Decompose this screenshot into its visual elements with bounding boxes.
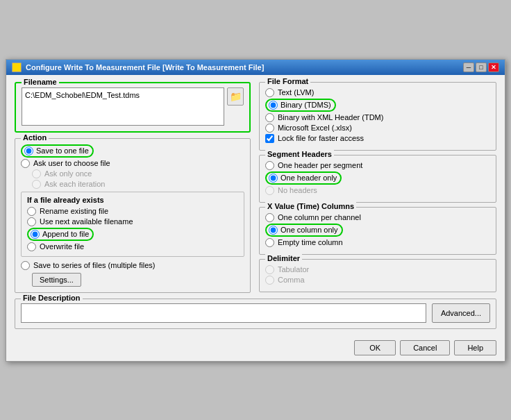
minimize-button[interactable]: ─ — [463, 62, 474, 72]
close-button[interactable]: ✕ — [488, 62, 499, 72]
lock-file-row: Lock file for faster access — [265, 134, 490, 143]
ask-once-radio — [32, 169, 41, 178]
append-label[interactable]: Append to file — [42, 230, 89, 238]
excel-radio[interactable] — [265, 124, 274, 133]
file-description-label: File Description — [21, 294, 83, 302]
action-label: Action — [21, 133, 49, 142]
per-channel-radio[interactable] — [265, 213, 274, 222]
save-one-label[interactable]: Save to one file — [36, 146, 89, 155]
save-one-row: Save to one file — [21, 144, 244, 158]
next-avail-label[interactable]: Use next available filename — [40, 217, 133, 226]
main-window: Configure Write To Measurement File [Wri… — [6, 59, 505, 362]
filename-label: Filename — [22, 78, 59, 86]
two-column-layout: Filename C:\EDM_Schobel\EDM_Test.tdms 📁 … — [15, 82, 496, 293]
file-description-input[interactable] — [21, 303, 426, 323]
per-channel-row: One column per channel — [265, 213, 490, 222]
title-bar: Configure Write To Measurement File [Wri… — [6, 60, 505, 75]
per-segment-row: One header per segment — [265, 161, 490, 170]
file-desc-row: Advanced... — [21, 303, 490, 323]
append-radio[interactable] — [31, 230, 40, 239]
rename-label[interactable]: Rename existing file — [40, 207, 108, 215]
one-column-label[interactable]: One column only — [280, 226, 338, 234]
overwrite-row: Overwrite file — [27, 242, 238, 251]
series-label[interactable]: Save to series of files (multiple files) — [33, 261, 155, 269]
no-headers-label: No headers — [278, 186, 317, 194]
next-avail-radio[interactable] — [27, 217, 36, 226]
dialog-buttons: OK Cancel Help — [6, 336, 505, 361]
one-header-label[interactable]: One header only — [280, 174, 337, 182]
ask-iter-row: Ask each iteration — [32, 180, 244, 189]
append-highlight: Append to file — [27, 228, 94, 241]
segment-headers-group: Segment Headers One header per segment O… — [259, 155, 496, 203]
binary-xml-row: Binary with XML Header (TDM) — [265, 113, 490, 122]
tabulator-label: Tabulator — [278, 265, 309, 274]
file-format-label: File Format — [265, 77, 310, 85]
per-channel-label[interactable]: One column per channel — [278, 213, 361, 221]
no-headers-row: No headers — [265, 186, 490, 195]
ask-once-label: Ask only once — [44, 169, 92, 178]
action-group: Action Save to one file Ask user to choo… — [15, 138, 251, 293]
next-avail-row: Use next available filename — [27, 217, 238, 226]
segment-headers-label: Segment Headers — [265, 150, 334, 158]
delimiter-group: Delimiter Tabulator Comma — [259, 259, 496, 292]
per-segment-label[interactable]: One header per segment — [278, 161, 362, 169]
ok-button[interactable]: OK — [354, 340, 396, 355]
one-header-row: One header only — [265, 171, 490, 185]
advanced-button[interactable]: Advanced... — [432, 303, 490, 323]
cancel-button[interactable]: Cancel — [400, 340, 450, 355]
binary-xml-label[interactable]: Binary with XML Header (TDM) — [278, 113, 383, 121]
binary-xml-radio[interactable] — [265, 113, 274, 122]
save-one-highlight: Save to one file — [21, 144, 94, 158]
text-lvm-label[interactable]: Text (LVM) — [278, 88, 314, 96]
file-format-group: File Format Text (LVM) Binary (TDMS) — [259, 82, 496, 151]
binary-tdms-highlight: Binary (TDMS) — [265, 99, 336, 112]
series-row: Save to series of files (multiple files) — [21, 261, 244, 270]
one-header-highlight: One header only — [265, 171, 342, 185]
rename-row: Rename existing file — [27, 207, 238, 216]
settings-row: Settings... — [32, 273, 244, 287]
text-lvm-row: Text (LVM) — [265, 88, 490, 97]
series-radio[interactable] — [21, 261, 30, 270]
text-lvm-radio[interactable] — [265, 88, 274, 97]
overwrite-label[interactable]: Overwrite file — [40, 242, 84, 251]
empty-time-row: Empty time column — [265, 238, 490, 247]
filename-input[interactable]: C:\EDM_Schobel\EDM_Test.tdms — [22, 87, 224, 126]
ask-user-radio[interactable] — [21, 159, 30, 168]
ask-iter-radio — [32, 180, 41, 189]
ask-user-label[interactable]: Ask user to choose file — [33, 159, 110, 167]
browse-button[interactable]: 📁 — [227, 87, 244, 106]
one-header-radio[interactable] — [269, 174, 278, 183]
rename-radio[interactable] — [27, 207, 36, 216]
x-value-group: X Value (Time) Columns One column per ch… — [259, 207, 496, 255]
binary-tdms-label[interactable]: Binary (TDMS) — [280, 101, 331, 109]
overwrite-radio[interactable] — [27, 242, 36, 251]
if-exists-group: If a file already exists Rename existing… — [21, 192, 244, 257]
one-column-radio[interactable] — [269, 226, 278, 235]
title-controls: ─ □ ✕ — [463, 62, 499, 72]
window-icon — [12, 62, 22, 72]
help-button[interactable]: Help — [454, 340, 496, 355]
comma-radio — [265, 276, 274, 285]
binary-tdms-radio[interactable] — [269, 101, 278, 110]
empty-time-label[interactable]: Empty time column — [278, 238, 343, 246]
tabulator-row: Tabulator — [265, 265, 490, 274]
comma-row: Comma — [265, 276, 490, 285]
file-description-group: File Description Advanced... — [15, 299, 496, 329]
ask-iter-label: Ask each iteration — [44, 180, 105, 188]
left-column: Filename C:\EDM_Schobel\EDM_Test.tdms 📁 … — [15, 82, 251, 293]
maximize-button[interactable]: □ — [476, 62, 487, 72]
excel-label[interactable]: Microsoft Excel (.xlsx) — [278, 124, 352, 132]
x-value-label: X Value (Time) Columns — [265, 202, 356, 210]
per-segment-radio[interactable] — [265, 161, 274, 170]
window-title: Configure Write To Measurement File [Wri… — [26, 63, 264, 72]
right-column: File Format Text (LVM) Binary (TDMS) — [259, 82, 496, 293]
save-one-radio[interactable] — [24, 146, 33, 156]
settings-button[interactable]: Settings... — [32, 273, 81, 287]
one-column-row: One column only — [265, 224, 490, 237]
excel-row: Microsoft Excel (.xlsx) — [265, 124, 490, 133]
lock-file-checkbox[interactable] — [265, 134, 274, 143]
lock-file-label[interactable]: Lock file for faster access — [278, 134, 364, 142]
title-bar-left: Configure Write To Measurement File [Wri… — [12, 62, 264, 72]
ask-once-row: Ask only once — [32, 169, 244, 178]
empty-time-radio[interactable] — [265, 238, 274, 247]
